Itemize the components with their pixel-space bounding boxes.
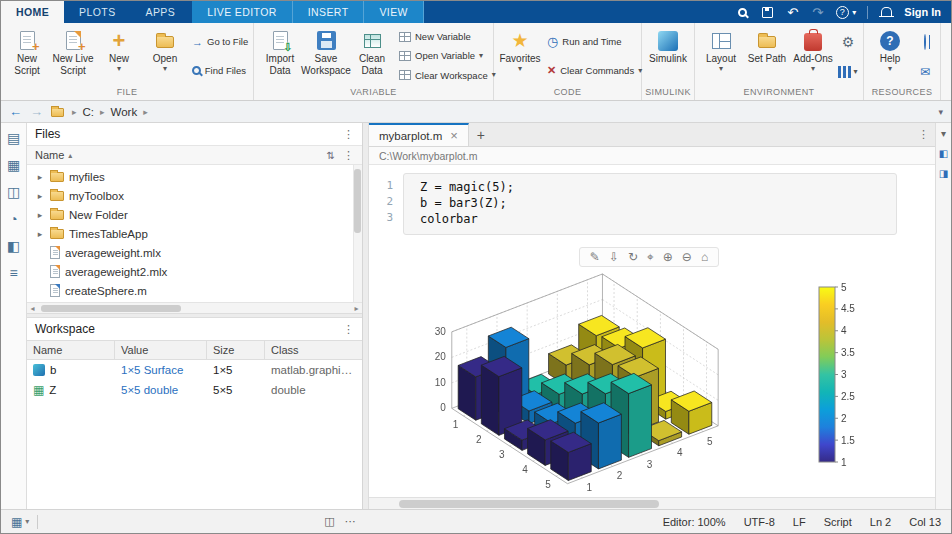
statusbar-panel-icon[interactable]: ◫ — [324, 515, 334, 528]
scroll-right-icon[interactable]: ▸ — [351, 304, 362, 313]
redo-icon[interactable]: ↷ — [811, 4, 825, 20]
folder-row[interactable]: ▸ New Folder — [27, 205, 362, 224]
axes-toolbar-rotate-icon[interactable]: ↻ — [628, 249, 638, 265]
axes-toolbar-pan-icon[interactable]: ⌖ — [647, 249, 654, 265]
code-line[interactable]: b = bar3(Z); — [420, 195, 896, 211]
favorites-button[interactable]: ★ Favorites ▾ — [497, 26, 543, 86]
sidebar-editor-icon[interactable]: ◧ — [7, 239, 20, 253]
save-icon[interactable] — [761, 4, 775, 20]
parallel-menu-button[interactable]: ▾ — [838, 66, 857, 78]
sign-in-link[interactable]: Sign In — [904, 6, 941, 18]
scrollbar-thumb[interactable] — [354, 169, 361, 233]
new-variable-button[interactable]: New Variable — [397, 30, 488, 43]
workspace-panel-menu-icon[interactable]: ⋮ — [343, 323, 354, 336]
sidebar-panels-icon[interactable]: ▤ — [7, 131, 20, 145]
editor-tab-mybarplot[interactable]: mybarplot.m × — [369, 123, 469, 146]
panel-tab-icon[interactable]: ◧ — [939, 149, 948, 159]
go-to-file-button[interactable]: → Go to File — [190, 35, 248, 49]
scrollbar-thumb[interactable] — [41, 305, 181, 312]
close-tab-icon[interactable]: × — [450, 129, 458, 142]
forward-arrow-icon[interactable]: → — [30, 104, 43, 119]
set-path-button[interactable]: Set Path — [744, 26, 790, 86]
new-tab-button[interactable]: + — [469, 123, 493, 146]
axes-toolbar-zoom-in-icon[interactable]: ⊕ — [663, 249, 673, 265]
open-button[interactable]: Open ▾ — [142, 26, 188, 86]
files-column-name[interactable]: Name — [35, 149, 64, 161]
add-ons-button[interactable]: Add-Ons ▾ — [790, 26, 836, 86]
breadcrumb-drive[interactable]: C: — [83, 106, 95, 118]
request-support-button[interactable]: ✉ — [920, 66, 930, 78]
column-header-name[interactable]: Name — [27, 341, 115, 359]
open-variable-button[interactable]: Open Variable ▾ — [397, 49, 488, 62]
tab-insert[interactable]: INSERT — [293, 1, 365, 23]
address-menu-icon[interactable]: ▾ — [938, 107, 943, 117]
chevron-right-icon[interactable]: ▸ — [35, 172, 45, 182]
current-folder-icon[interactable] — [51, 108, 64, 117]
axes-toolbar-brush-icon[interactable]: ✎ — [590, 249, 600, 265]
file-row[interactable]: averageweight.mlx — [27, 243, 362, 262]
undo-icon[interactable]: ↶ — [786, 4, 800, 20]
help-menu-icon[interactable]: ? ▾ — [836, 4, 857, 20]
line-number[interactable]: 3 — [369, 211, 403, 227]
breadcrumb-folder[interactable]: Work — [111, 106, 138, 118]
column-header-class[interactable]: Class — [265, 341, 362, 359]
files-horizontal-scrollbar[interactable]: ◂ ▸ — [27, 302, 362, 313]
find-files-button[interactable]: Find Files — [190, 64, 248, 77]
files-columns-menu-icon[interactable]: ⋮ — [343, 149, 354, 162]
files-panel-menu-icon[interactable]: ⋮ — [343, 128, 354, 141]
axes-toolbar-export-icon[interactable]: ⇩ — [609, 249, 619, 265]
tab-plots[interactable]: PLOTS — [64, 1, 130, 23]
run-and-time-button[interactable]: ◷ Run and Time — [545, 34, 636, 49]
folder-row[interactable]: ▸ myfiles — [27, 167, 362, 186]
statusbar-overflow-icon[interactable]: ⋯ — [345, 515, 356, 528]
new-live-script-button[interactable]: + New Live Script — [50, 26, 96, 86]
figure-canvas[interactable] — [419, 269, 879, 497]
workspace-row[interactable]: ▦Z 5×5 double 5×5 double — [27, 380, 362, 400]
files-vertical-scrollbar[interactable] — [353, 165, 362, 302]
file-row[interactable]: averageweight2.mlx — [27, 262, 362, 281]
new-button[interactable]: + New ▾ — [96, 26, 142, 86]
axes-toolbar-restore-view-icon[interactable]: ⌂ — [701, 249, 708, 265]
statusbar-layout-icon[interactable]: ▦ — [11, 516, 22, 528]
code-section[interactable]: Z = magic(5); b = bar3(Z); colorbar — [403, 173, 897, 235]
panel-tab-icon[interactable]: ◨ — [939, 169, 948, 179]
sort-order-icon[interactable]: ⇅ — [327, 150, 335, 161]
import-data-button[interactable]: ⇩ Import Data — [257, 26, 303, 86]
chevron-right-icon[interactable]: ▸ — [35, 191, 45, 201]
tab-home[interactable]: HOME — [1, 1, 64, 23]
layout-button[interactable]: Layout ▾ — [698, 26, 744, 86]
column-header-value[interactable]: Value — [115, 341, 207, 359]
tab-apps[interactable]: APPS — [131, 1, 191, 23]
line-number[interactable]: 2 — [369, 195, 403, 211]
clear-commands-button[interactable]: ✕ Clear Commands ▾ — [545, 63, 636, 78]
status-editor-zoom[interactable]: Editor: 100% — [663, 516, 726, 528]
sidebar-workspace-icon[interactable]: ◫ — [7, 185, 20, 199]
new-script-button[interactable]: + New Script — [4, 26, 50, 86]
notifications-bell-icon[interactable] — [879, 4, 893, 20]
preferences-gear-button[interactable]: ⚙ — [842, 35, 855, 49]
scroll-left-icon[interactable]: ◂ — [27, 304, 38, 313]
code-line[interactable]: Z = magic(5); — [420, 179, 896, 195]
column-header-size[interactable]: Size — [207, 341, 265, 359]
sidebar-more-icon[interactable]: ≡ — [9, 266, 17, 280]
simulink-button[interactable]: Simulink — [645, 26, 691, 86]
search-icon[interactable] — [736, 4, 750, 20]
code-line[interactable]: colorbar — [420, 211, 896, 227]
tab-live-editor[interactable]: LIVE EDITOR — [192, 1, 293, 23]
workspace-row[interactable]: b 1×5 Surface 1×5 matlab.graphi… — [27, 360, 362, 380]
sidebar-figures-icon[interactable]: ◔ — [9, 212, 17, 226]
collapse-panel-icon[interactable]: ▾ — [941, 129, 946, 139]
folder-row[interactable]: ▸ TimesTableApp — [27, 224, 362, 243]
line-number[interactable]: 1 — [369, 179, 403, 195]
tab-view[interactable]: VIEW — [364, 1, 423, 23]
chevron-right-icon[interactable]: ▸ — [35, 210, 45, 220]
clear-workspace-button[interactable]: Clear Workspace ▾ — [397, 69, 488, 82]
chevron-right-icon[interactable]: ▸ — [35, 229, 45, 239]
scrollbar-thumb[interactable] — [399, 500, 659, 508]
save-workspace-button[interactable]: Save Workspace — [303, 26, 349, 86]
folder-row[interactable]: ▸ myToolbox — [27, 186, 362, 205]
statusbar-layout-caret-icon[interactable]: ▾ — [25, 517, 29, 526]
editor-tabbar-menu-icon[interactable]: ⋮ — [918, 123, 935, 146]
file-row[interactable]: createSphere.m — [27, 281, 362, 300]
community-button[interactable] — [924, 35, 926, 49]
